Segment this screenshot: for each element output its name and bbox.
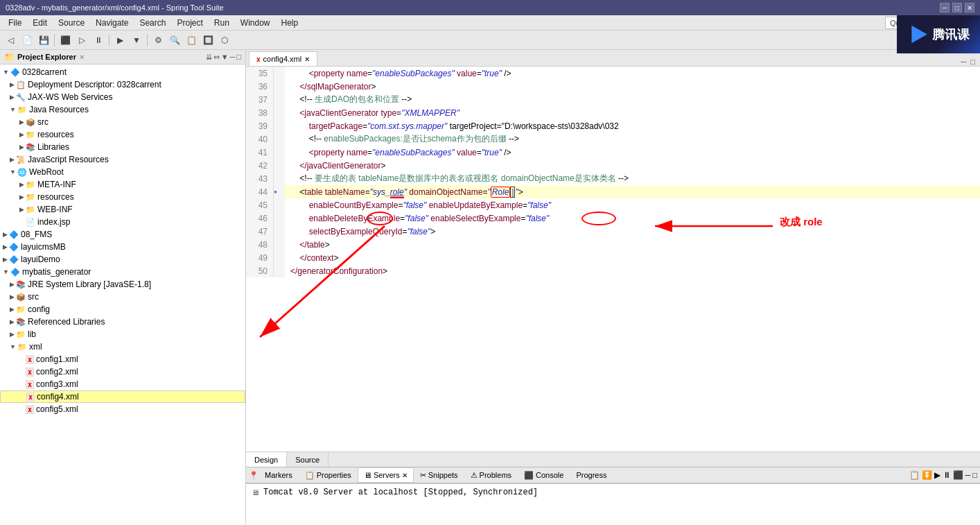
tree-item-config2[interactable]: ▶xconfig2.xml (0, 365, 245, 378)
run-dropdown[interactable]: ▼ (129, 33, 144, 48)
line-code-49[interactable]: </context> (285, 251, 980, 264)
toolbar-btn-5[interactable]: ▷ (74, 33, 89, 48)
tree-item-src2[interactable]: ▶📦src (0, 291, 245, 303)
tab-servers[interactable]: 🖥Servers ✕ (358, 467, 414, 483)
line-code-42[interactable]: </javaClientGenerator> (285, 159, 980, 172)
line-code-38[interactable]: <javaClientGenerator type="XMLMAPPER" (285, 106, 980, 119)
tree-item-config[interactable]: ▶📁config (0, 303, 245, 316)
line-code-45[interactable]: enableCountByExample="false" enableUpdat… (285, 198, 980, 212)
toolbar-btn-7[interactable]: ▶ (112, 33, 128, 48)
tree-item-java-resources[interactable]: ▼📁Java Resources (0, 103, 245, 116)
line-code-40[interactable]: <!-- enableSubPackages:是否让schema作为包的后缀 -… (285, 132, 980, 146)
tree-item-layuidemo[interactable]: ▶🔷layuiDemo (0, 253, 245, 266)
tree-item-config5[interactable]: ▶xconfig5.xml (0, 403, 245, 415)
tree-item-layuicmsmb[interactable]: ▶🔷layuicmsMB (0, 241, 245, 253)
menu-source[interactable]: Source (53, 17, 90, 29)
code-editor[interactable]: 35 <property name="enableSubPackages" va… (246, 67, 980, 451)
minimize-panel-icon[interactable]: ─ (230, 53, 236, 62)
tree-item-webroot[interactable]: ▼🌐WebRoot (0, 166, 245, 178)
tree-item-jre-system[interactable]: ▶📚JRE System Library [JavaSE-1.8] (0, 278, 245, 291)
tab-close-icon[interactable]: ✕ (304, 55, 310, 63)
toolbar-btn-11[interactable]: 🔲 (200, 33, 216, 48)
line-code-46[interactable]: enableDeleteByExample="false" enableSele… (285, 212, 980, 225)
tree-item-javascript-resources[interactable]: ▶📜JavaScript Resources (0, 153, 245, 166)
xml-icon: x (26, 368, 34, 377)
tree-item-src[interactable]: ▶📦src (0, 116, 245, 128)
title-bar-controls[interactable]: ─ □ ✕ (940, 3, 974, 12)
line-indicator-47 (274, 225, 285, 238)
bottom-panel-btn-1[interactable]: 📋 (909, 470, 920, 480)
line-code-35[interactable]: <property name="enableSubPackages" value… (285, 67, 980, 80)
tree-item-referenced-libs[interactable]: ▶📚Referenced Libraries (0, 316, 245, 328)
tab-progress[interactable]: Progress (570, 467, 613, 483)
tab-properties[interactable]: 📋Properties (299, 467, 358, 483)
toolbar-btn-2[interactable]: 📄 (19, 33, 35, 48)
line-code-39[interactable]: targetPackage="com.sxt.sys.mapper" targe… (285, 119, 980, 132)
line-code-37[interactable]: <!-- 生成DAO的包名和位置 --> (285, 93, 980, 106)
tree-item-config3[interactable]: ▶xconfig3.xml (0, 378, 245, 390)
tab-markers[interactable]: Markers (259, 467, 299, 483)
bottom-panel-minimize[interactable]: ─ (965, 471, 971, 479)
toolbar-btn-10[interactable]: 📋 (184, 33, 199, 48)
editor-tab-config4[interactable]: x config4.xml ✕ (249, 51, 317, 66)
bottom-panel-maximize[interactable]: □ (972, 471, 977, 479)
maximize-button[interactable]: □ (952, 3, 962, 12)
bottom-panel-btn-2[interactable]: ⏬ (922, 470, 932, 480)
tab-problems[interactable]: ⚠Problems (464, 467, 518, 483)
tree-item-resources[interactable]: ▶📁resources (0, 128, 245, 141)
menu-file[interactable]: File (3, 17, 27, 29)
line-code-41[interactable]: <property name="enableSubPackages" value… (285, 146, 980, 159)
tree-item-resources2[interactable]: ▶📁resources (0, 191, 245, 203)
menu-window[interactable]: Window (235, 17, 276, 29)
menu-search[interactable]: Search (134, 17, 171, 29)
link-editor-icon[interactable]: ⇔ (213, 53, 220, 62)
editor-maximize-icon[interactable]: □ (968, 58, 977, 66)
editor-minimize-icon[interactable]: ─ (959, 58, 969, 66)
design-tab[interactable]: Design (246, 452, 287, 467)
tree-item-libraries[interactable]: ▶📚Libraries (0, 141, 245, 153)
menu-run[interactable]: Run (209, 17, 235, 29)
tree-item-meta-inf[interactable]: ▶📁META-INF (0, 178, 245, 191)
source-tab[interactable]: Source (287, 452, 329, 467)
tree-item-web-inf[interactable]: ▶📁WEB-INF (0, 203, 245, 216)
collapse-all-icon[interactable]: ⇊ (206, 53, 212, 62)
tree-item-0328carrent[interactable]: ▼🔷0328carrent (0, 66, 245, 78)
tree-item-xml[interactable]: ▼📁xml (0, 341, 245, 353)
tree-item-jaxws[interactable]: ▶🔧JAX-WS Web Services (0, 91, 245, 103)
line-code-43[interactable]: <!-- 要生成的表 tableName是数据库中的表名或视图名 domainO… (285, 172, 980, 185)
bottom-panel-btn-3[interactable]: ▶ (934, 470, 940, 480)
explorer-menu-icon[interactable]: ▼ (221, 53, 229, 62)
tree-item-index-jsp[interactable]: ▶📄index.jsp (0, 216, 245, 228)
tree-item-config1[interactable]: ▶xconfig1.xml (0, 353, 245, 365)
project-explorer-header: 📁 Project Explorer ✕ ⇊ ⇔ ▼ ─ □ (0, 50, 245, 64)
toolbar-btn-12[interactable]: ⬡ (217, 33, 232, 48)
tree-item-08-fms[interactable]: ▶🔷08_FMS (0, 228, 245, 241)
line-code-36[interactable]: </sqlMapGenerator> (285, 80, 980, 93)
tree-item-config4[interactable]: ▶xconfig4.xml (0, 390, 245, 403)
tab-console[interactable]: ⬛Console (518, 467, 570, 483)
toolbar-btn-9[interactable]: 🔍 (167, 33, 182, 48)
bottom-panel-btn-4[interactable]: ⏸ (943, 470, 951, 480)
menu-navigate[interactable]: Navigate (90, 17, 134, 29)
menu-edit[interactable]: Edit (27, 17, 53, 29)
maximize-panel-icon[interactable]: □ (236, 53, 241, 62)
tab-servers-close[interactable]: ✕ (402, 472, 408, 479)
menu-help[interactable]: Help (276, 17, 304, 29)
tree-item-deployment[interactable]: ▶📋Deployment Descriptor: 0328carrent (0, 78, 245, 91)
line-code-44[interactable]: <table tableName="sys_role" domainObject… (285, 185, 980, 198)
minimize-button[interactable]: ─ (940, 3, 950, 12)
tab-snippets[interactable]: ✂Snippets (414, 467, 464, 483)
toolbar-btn-6[interactable]: ⏸ (91, 33, 106, 48)
toolbar-btn-4[interactable]: ⬛ (58, 33, 73, 48)
toolbar-btn-3[interactable]: 💾 (36, 33, 51, 48)
line-code-50[interactable]: </generatorConfiguration> (285, 264, 980, 277)
tree-item-mybatis-generator[interactable]: ▼🔷mybatis_generator (0, 266, 245, 278)
toolbar-btn-8[interactable]: ⚙ (150, 33, 166, 48)
tree-item-lib[interactable]: ▶📁lib (0, 328, 245, 341)
new-button[interactable]: ◁ (3, 33, 18, 48)
menu-project[interactable]: Project (171, 17, 208, 29)
line-code-48[interactable]: </table> (285, 238, 980, 251)
bottom-panel-btn-5[interactable]: ⬛ (953, 470, 963, 480)
close-button[interactable]: ✕ (965, 3, 974, 12)
line-code-47[interactable]: selectByExampleQueryId="false"> (285, 225, 980, 238)
